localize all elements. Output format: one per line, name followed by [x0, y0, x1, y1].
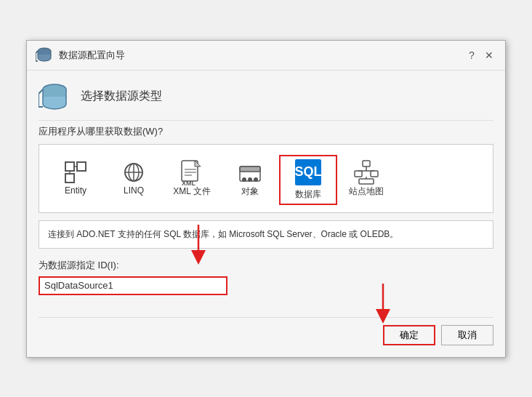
sitemap-icon — [353, 159, 379, 185]
svg-rect-10 — [65, 174, 74, 183]
entity-icon — [63, 159, 89, 185]
arrow-to-confirm-icon — [354, 280, 398, 324]
svg-point-25 — [242, 177, 246, 182]
section-label: 应用程序从哪里获取数据(W)? — [39, 125, 493, 138]
dialog-title: 数据源配置向导 — [59, 49, 125, 62]
svg-rect-8 — [65, 162, 74, 171]
icons-panel: Entity LINQ XM — [39, 144, 493, 213]
svg-rect-9 — [77, 162, 86, 171]
linq-label: LINQ — [124, 185, 144, 196]
header-db-icon — [39, 81, 70, 113]
svg-rect-30 — [371, 171, 378, 177]
icon-item-xml[interactable]: XML XML 文件 — [163, 155, 221, 202]
sql-icon: SQL — [295, 159, 321, 185]
content-area: 应用程序从哪里获取数据(W)? Entity — [27, 121, 505, 317]
icon-item-linq[interactable]: LINQ — [105, 155, 163, 200]
help-button[interactable]: ? — [464, 48, 479, 63]
icon-item-entity[interactable]: Entity — [47, 155, 105, 200]
id-section-wrapper: 为数据源指定 ID(I): — [39, 259, 493, 295]
header-title: 选择数据源类型 — [81, 89, 162, 104]
icon-item-object[interactable]: 对象 — [221, 155, 279, 202]
svg-point-27 — [254, 177, 258, 182]
title-bar-controls: ? ✕ — [464, 48, 496, 63]
cancel-button[interactable]: 取消 — [441, 325, 493, 345]
svg-rect-36 — [359, 179, 374, 184]
object-label: 对象 — [241, 185, 259, 198]
id-input[interactable] — [39, 276, 227, 295]
icon-item-sitemap[interactable]: 站点地图 — [337, 155, 395, 202]
xml-icon: XML — [179, 159, 205, 185]
svg-rect-24 — [240, 167, 260, 172]
title-bar-left: 数据源配置向导 — [36, 47, 125, 64]
svg-rect-28 — [363, 161, 370, 167]
bottom-section: 确定 取消 — [27, 318, 505, 357]
object-icon — [237, 159, 263, 185]
dialog: 数据源配置向导 ? ✕ 选择数据源类型 应用程序从哪里获取数据(W)? — [26, 40, 506, 358]
header-section: 选择数据源类型 — [27, 71, 505, 120]
database-label: 数据库 — [295, 188, 321, 201]
svg-line-5 — [39, 89, 43, 94]
icon-item-database[interactable]: SQL 数据库 — [279, 155, 337, 205]
id-label: 为数据源指定 ID(I): — [39, 259, 493, 272]
id-section: 为数据源指定 ID(I): — [39, 259, 493, 295]
desc-panel: 连接到 ADO.NET 支持的任何 SQL 数据库，如 Microsoft SQ… — [39, 220, 493, 249]
arrow-to-input-icon — [184, 221, 227, 265]
confirm-button[interactable]: 确定 — [383, 325, 435, 345]
close-button[interactable]: ✕ — [482, 48, 496, 63]
svg-point-26 — [248, 177, 252, 182]
db-icon — [36, 47, 53, 64]
entity-label: Entity — [65, 185, 86, 196]
xml-label: XML 文件 — [173, 185, 211, 198]
title-bar: 数据源配置向导 ? ✕ — [27, 41, 505, 71]
linq-icon — [121, 159, 147, 185]
sitemap-label: 站点地图 — [349, 185, 384, 198]
svg-text:XML: XML — [182, 180, 196, 185]
svg-rect-29 — [355, 171, 362, 177]
